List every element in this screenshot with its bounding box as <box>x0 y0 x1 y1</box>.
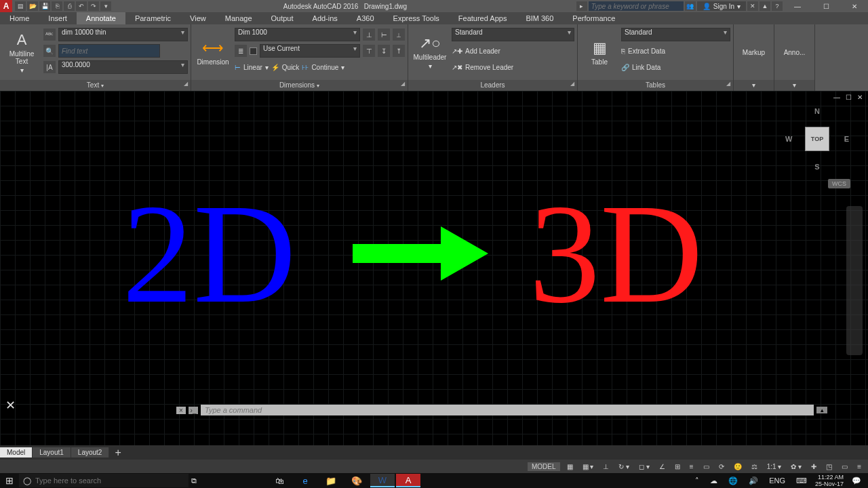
status-dyn-icon[interactable]: ⊞ <box>672 463 683 470</box>
app-logo[interactable]: A <box>0 0 12 12</box>
cmd-history-icon[interactable]: ›_ <box>189 407 198 414</box>
leader-style-dropdown[interactable]: Standard <box>452 28 574 41</box>
status-max-icon[interactable]: ✚ <box>808 463 819 470</box>
viewcube-w[interactable]: W <box>785 135 792 143</box>
exchange-icon[interactable]: ✕ <box>747 1 758 11</box>
tray-vol-icon[interactable]: 🔊 <box>746 476 761 485</box>
search-arrow-icon[interactable]: ▸ <box>576 1 587 11</box>
dim-style-dropdown[interactable]: Dim 1000 <box>235 28 360 41</box>
qat-save-icon[interactable]: 💾 <box>39 1 50 11</box>
remove-leader-button[interactable]: ↗✖Remove Leader <box>452 60 574 75</box>
cmd-close-icon[interactable]: × <box>176 407 186 414</box>
viewport-min-icon[interactable]: — <box>832 94 842 101</box>
status-scale[interactable]: 1:1 ▾ <box>764 463 785 470</box>
status-custom-icon[interactable]: ≡ <box>854 463 864 470</box>
tray-cloud-icon[interactable]: ☁ <box>707 476 720 485</box>
menu-tab-annotate[interactable]: Annotate <box>77 12 125 24</box>
multileader-button[interactable]: ↗○ Multileader ▾ <box>411 27 449 77</box>
qat-open-icon[interactable]: 📂 <box>27 1 38 11</box>
dim-tool2-icon[interactable]: ⊢ <box>378 28 390 41</box>
menu-tab-view[interactable]: View <box>180 12 216 24</box>
menu-tab-output[interactable]: Output <box>262 12 303 24</box>
viewcube-n[interactable]: N <box>814 107 820 115</box>
panel-dimensions-title[interactable]: Dimensions▾◢ <box>191 80 408 91</box>
panel-anno-expand[interactable]: ▾ <box>774 80 814 91</box>
dim-tool1-icon[interactable]: ⊥ <box>363 28 375 41</box>
qat-saveas-icon[interactable]: ⎘ <box>52 1 62 11</box>
signin-button[interactable]: 👤 Sign In ▾ <box>697 1 746 11</box>
menu-tab-add-ins[interactable]: Add-ins <box>303 12 347 24</box>
menu-tab-featured-apps[interactable]: Featured Apps <box>449 12 517 24</box>
menu-tab-bim-360[interactable]: BIM 360 <box>516 12 563 24</box>
link-data-button[interactable]: 🔗Link Data <box>621 60 730 75</box>
taskbar-explorer-icon[interactable]: 📁 <box>319 474 343 487</box>
menu-tab-manage[interactable]: Manage <box>216 12 262 24</box>
menu-tab-a360[interactable]: A360 <box>347 12 384 24</box>
viewcube-e[interactable]: E <box>844 135 849 143</box>
tray-clock[interactable]: 11:22 AM 25-Nov-17 <box>815 474 844 487</box>
status-ortho-icon[interactable]: ⊥ <box>600 463 612 470</box>
taskbar-edge-icon[interactable]: e <box>293 474 317 487</box>
status-cycle-icon[interactable]: ⟳ <box>716 463 727 470</box>
keyword-search-input[interactable] <box>589 1 684 11</box>
panel-leaders-title[interactable]: Leaders◢ <box>408 80 577 91</box>
menu-tab-insert[interactable]: Insert <box>39 12 77 24</box>
status-polar-icon[interactable]: ↻ ▾ <box>616 463 632 470</box>
taskbar-search[interactable]: ◯ <box>19 474 189 487</box>
tray-notify-icon[interactable]: 💬 <box>849 476 864 485</box>
layout-tab-model[interactable]: Model <box>0 447 33 458</box>
menu-tab-express-tools[interactable]: Express Tools <box>384 12 449 24</box>
command-input[interactable] <box>201 405 814 415</box>
status-clean-icon[interactable]: ▭ <box>839 463 850 470</box>
status-iso-icon[interactable]: ◳ <box>823 463 835 470</box>
table-style-dropdown[interactable]: Standard <box>621 28 730 41</box>
status-gear-icon[interactable]: ✿ ▾ <box>788 463 804 470</box>
menu-tab-home[interactable]: Home <box>0 12 39 24</box>
panel-text-title[interactable]: Text▾◢ <box>0 80 191 91</box>
drawing-canvas[interactable]: — ☐ ✕ TOP N S E W WCS 2D 3D ✕ × ›_ ▴ <box>0 91 868 445</box>
taskbar-paint-icon[interactable]: 🎨 <box>344 474 369 487</box>
taskview-icon[interactable]: ⧉ <box>189 476 199 485</box>
cmd-expand-icon[interactable]: ▴ <box>816 407 827 413</box>
taskbar-autocad-icon[interactable]: A <box>396 474 420 487</box>
qat-print-icon[interactable]: ⎙ <box>64 1 75 11</box>
qat-dropdown-icon[interactable]: ▾ <box>100 1 111 11</box>
view-cube[interactable]: TOP N S E W <box>787 108 848 169</box>
dim-tool6-icon[interactable]: ⤒ <box>393 45 405 57</box>
qat-undo-icon[interactable]: ↶ <box>76 1 87 11</box>
status-grid-icon[interactable]: ▦ <box>564 463 576 470</box>
viewport-close-icon[interactable]: ✕ <box>856 94 864 101</box>
dim-tool4-icon[interactable]: ⊤ <box>363 45 375 57</box>
extract-data-button[interactable]: ⎘Extract Data <box>621 43 730 58</box>
find-text-input[interactable] <box>58 44 160 58</box>
app-icon[interactable]: ▲ <box>760 1 770 11</box>
layout-tab-layout1[interactable]: Layout1 <box>33 447 71 458</box>
window-close-button[interactable]: ✕ <box>841 3 868 10</box>
panel-markup-expand[interactable]: ▾ <box>734 80 774 91</box>
tray-up-icon[interactable]: ˄ <box>692 476 702 485</box>
menu-tab-parametric[interactable]: Parametric <box>125 12 180 24</box>
use-current-checkbox[interactable] <box>250 47 257 55</box>
multiline-text-button[interactable]: A Multiline Text ▾ <box>3 27 41 77</box>
tray-kbd-icon[interactable]: ⌨ <box>793 476 810 485</box>
start-button[interactable]: ⊞ <box>0 475 19 486</box>
wcs-badge[interactable]: WCS <box>828 179 850 188</box>
status-osnap-icon[interactable]: ◻ ▾ <box>636 463 652 470</box>
continue-button[interactable]: ⊦⊦Continue ▾ <box>302 64 344 71</box>
status-tsp-icon[interactable]: ▭ <box>701 463 712 470</box>
taskbar-store-icon[interactable]: 🛍 <box>267 474 292 487</box>
qat-redo-icon[interactable]: ↷ <box>88 1 99 11</box>
status-model[interactable]: MODEL <box>528 462 560 471</box>
status-lwt-icon[interactable]: ≡ <box>687 463 696 470</box>
viewcube-top[interactable]: TOP <box>805 127 829 151</box>
add-layout-button[interactable]: + <box>109 445 126 460</box>
linear-button[interactable]: ⊢Linear ▾ <box>235 64 269 71</box>
dim-tool5-icon[interactable]: ↧ <box>378 45 390 57</box>
table-button[interactable]: ▦ Table <box>580 27 618 77</box>
quick-button[interactable]: ⚡Quick <box>271 64 300 71</box>
window-maximize-button[interactable]: ☐ <box>812 3 840 10</box>
anno-panel[interactable]: Anno... <box>777 27 812 77</box>
status-track-icon[interactable]: ∠ <box>656 463 668 470</box>
add-leader-button[interactable]: ↗✚Add Leader <box>452 43 574 58</box>
menu-tab-performance[interactable]: Performance <box>563 12 625 24</box>
